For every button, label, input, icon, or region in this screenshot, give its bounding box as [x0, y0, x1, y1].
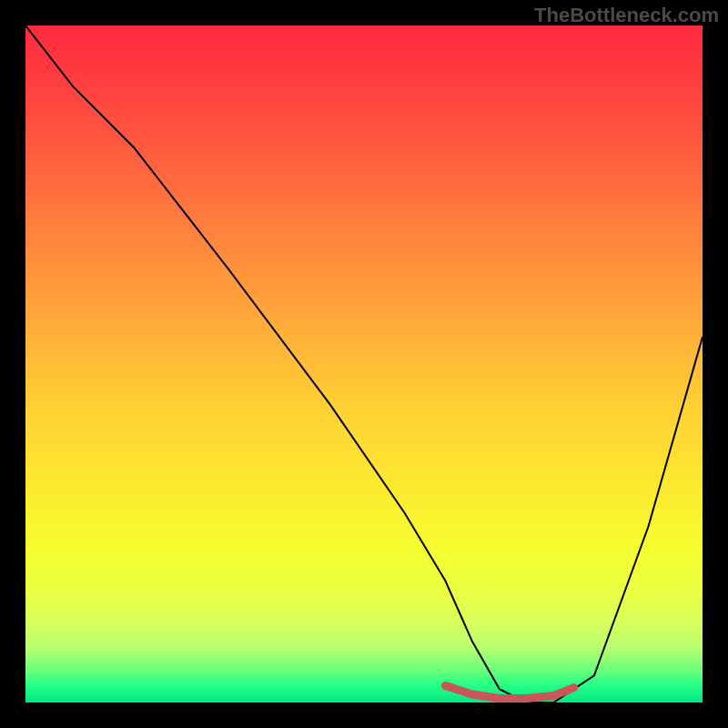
chart-plot-area	[25, 25, 703, 703]
optimal-zone-highlight	[445, 685, 573, 698]
chart-svg	[25, 25, 703, 703]
bottleneck-curve	[25, 25, 703, 703]
watermark-text: TheBottleneck.com	[534, 4, 719, 27]
